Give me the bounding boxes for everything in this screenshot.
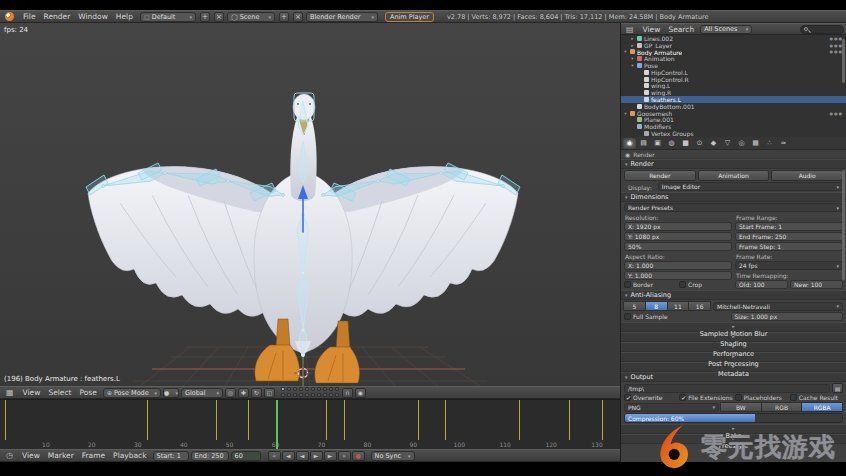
layer-9[interactable] [329, 387, 333, 391]
layer-15[interactable] [305, 393, 309, 397]
render-button[interactable]: Render [624, 170, 696, 181]
transport-prev-keyframe[interactable]: ◄ [282, 451, 295, 461]
aa-sample-8[interactable]: 8 [645, 301, 668, 311]
outliner-scrollbar[interactable] [842, 39, 845, 83]
keyframe-marker[interactable] [326, 400, 327, 440]
layer-7[interactable] [317, 387, 321, 391]
opengl-render-button[interactable]: ◉ [355, 388, 366, 398]
panel-render[interactable]: Render [621, 159, 846, 169]
aa-sample-5[interactable]: 5 [623, 301, 646, 311]
keyframe-marker[interactable] [216, 400, 217, 440]
expand-toggle[interactable]: ▾ [630, 56, 635, 61]
keyframe-marker[interactable] [569, 400, 570, 440]
panel-anti-aliasing[interactable]: Anti-Aliasing [621, 290, 846, 300]
panel-post-processing[interactable]: Post Processing [621, 352, 846, 362]
tab-physics[interactable]: ≈ [777, 138, 790, 149]
overwrite-checkbox[interactable]: Overwrite [624, 394, 677, 401]
outliner-menu-search[interactable]: Search [664, 25, 698, 34]
expand-toggle[interactable]: ▾ [623, 111, 628, 116]
menu-render[interactable]: Render [40, 12, 75, 21]
transport-jump-end[interactable]: » [338, 451, 351, 461]
playhead[interactable] [276, 400, 278, 449]
aa-sample-11[interactable]: 11 [667, 301, 690, 311]
timeline-menu-playback[interactable]: Playback [109, 451, 150, 460]
tab-constraints[interactable]: ⊙ [693, 138, 706, 149]
keyframe-marker[interactable] [248, 400, 249, 440]
tab-render[interactable]: ◉ [623, 138, 636, 149]
render-engine-select[interactable]: Blender Render [306, 12, 378, 22]
panel-dimensions[interactable]: Dimensions [621, 192, 846, 202]
layer-5[interactable] [305, 387, 309, 391]
tab-render-layers[interactable]: ▤ [637, 138, 650, 149]
compression-slider[interactable]: Compression: 60% [624, 413, 843, 423]
properties-scrollbar[interactable] [842, 170, 845, 280]
aa-filter-select[interactable]: Mitchell-Netravali [713, 302, 843, 311]
layer-8[interactable] [323, 387, 327, 391]
delete-scene-button[interactable]: × [293, 12, 303, 22]
timeline-ruler[interactable]: 102030405060708090100110120130 [0, 399, 620, 449]
timeline-menu-view[interactable]: View [18, 451, 44, 460]
manipulator-translate-button[interactable]: ✚ [238, 388, 249, 398]
layer-10[interactable] [335, 387, 339, 391]
channel-bw[interactable]: BW [720, 402, 762, 412]
view3d-menu-view[interactable]: View [19, 388, 45, 397]
resolution-x-field[interactable]: X: 1920 px [624, 222, 732, 231]
crop-checkbox[interactable]: Crop [679, 281, 732, 288]
placeholders-checkbox[interactable]: Placeholders [735, 394, 788, 401]
resolution-y-field[interactable]: Y: 1080 px [624, 232, 732, 241]
layer-18[interactable] [323, 393, 327, 397]
sync-mode-select[interactable]: No Sync [371, 451, 415, 461]
outliner-menu-view[interactable]: View [639, 25, 665, 34]
screen-layout-select[interactable]: ▢ Default [140, 12, 196, 22]
expand-toggle[interactable]: ▾ [623, 49, 628, 54]
transport-record[interactable]: ● [352, 451, 365, 461]
add-scene-button[interactable]: + [279, 12, 289, 22]
keyframe-marker[interactable] [344, 400, 345, 440]
view3d-menu-select[interactable]: Select [44, 388, 75, 397]
remap-old-field[interactable]: Old: 100 [735, 280, 788, 289]
layer-19[interactable] [329, 393, 333, 397]
tab-scene[interactable]: ▣ [651, 138, 664, 149]
scene-select[interactable]: ◯ Scene [227, 12, 275, 22]
expand-toggle[interactable]: ▾ [630, 63, 635, 68]
resolution-percent-slider[interactable]: 50% [624, 242, 732, 251]
render-animation-button[interactable]: Animation [698, 170, 770, 181]
file-format-select[interactable]: PNG [624, 403, 719, 412]
layer-2[interactable] [287, 387, 291, 391]
layer-6[interactable] [311, 387, 315, 391]
render-presets-select[interactable]: Render Presets [624, 203, 843, 212]
keyframe-marker[interactable] [5, 400, 6, 440]
view3d-editor-icon[interactable]: ▦ [3, 388, 17, 397]
layer-16[interactable] [311, 393, 315, 397]
channel-rgb[interactable]: RGB [761, 402, 803, 412]
layer-3[interactable] [293, 387, 297, 391]
view3d-menu-pose[interactable]: Pose [76, 388, 101, 397]
menu-help[interactable]: Help [112, 12, 137, 21]
folder-browse-icon[interactable]: ▤ [832, 383, 843, 393]
channel-rgba[interactable]: RGBA [801, 402, 843, 412]
layer-4[interactable] [299, 387, 303, 391]
add-layout-button[interactable]: + [200, 12, 210, 22]
aspect-y-field[interactable]: Y: 1.000 [624, 271, 732, 280]
layer-17[interactable] [317, 393, 321, 397]
layer-20[interactable] [335, 393, 339, 397]
outliner-display-mode-select[interactable]: All Scenes [700, 25, 752, 34]
tab-material[interactable]: ◎ [735, 138, 748, 149]
render-display-select[interactable]: Image Editor [658, 182, 843, 191]
viewport-shading-select[interactable]: ● [163, 388, 179, 398]
remap-new-field[interactable]: New: 100 [790, 280, 843, 289]
tab-texture[interactable]: ▦ [749, 138, 762, 149]
fps-preset-select[interactable]: 24 fps [735, 261, 843, 270]
panel-sampled-motion-blur[interactable]: Sampled Motion Blur [621, 322, 846, 332]
snap-magnet-button[interactable]: ∩ [342, 388, 353, 398]
frame-step-field[interactable]: Frame Step: 1 [735, 242, 843, 251]
anim-player-button[interactable]: Anim Player [385, 12, 434, 22]
mode-select[interactable]: ⊕ Pose Mode [103, 388, 161, 398]
layer-1[interactable] [281, 387, 285, 391]
panel-shading[interactable]: Shading [621, 332, 846, 342]
start-frame-field[interactable]: Start Frame: 1 [735, 222, 843, 231]
frame-end-field[interactable]: End: 250 [191, 451, 229, 461]
timeline-menu-frame[interactable]: Frame [78, 451, 109, 460]
outliner-editor-icon[interactable]: ▤ [623, 25, 637, 34]
transport-next-keyframe[interactable]: ► [324, 451, 337, 461]
